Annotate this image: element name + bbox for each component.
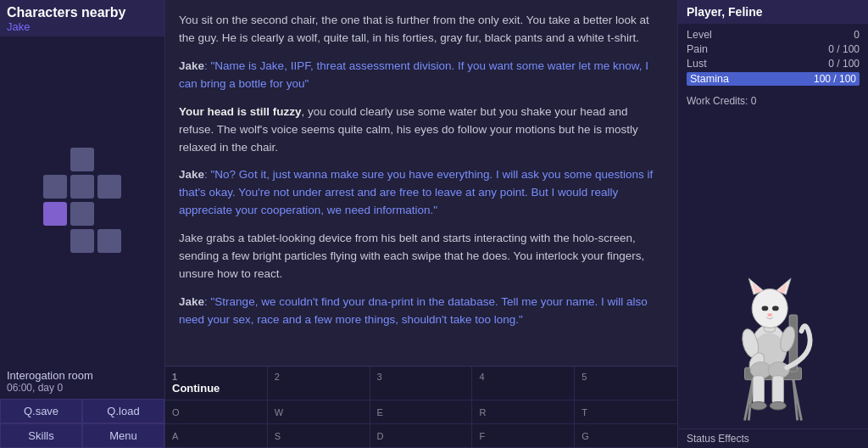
map-grid bbox=[43, 148, 121, 253]
player-name: Player, Feline bbox=[687, 5, 763, 19]
skills-button[interactable]: Skills bbox=[0, 423, 82, 448]
level-row: Level 0 bbox=[687, 29, 860, 41]
room-time: 06:00, day 0 bbox=[7, 382, 158, 394]
map-cell-1-1 bbox=[43, 148, 67, 171]
stats-panel: Level 0 Pain 0 / 100 Lust 0 / 100 Stamin… bbox=[678, 24, 868, 93]
map-cell-1-3 bbox=[97, 148, 121, 171]
jake-colon-3: : bbox=[204, 295, 211, 308]
choice-row-1: 1 Continue 2 3 4 5 bbox=[165, 367, 677, 400]
paragraph-3: Jake grabs a tablet-looking device from … bbox=[179, 230, 664, 283]
hotkey-e: E bbox=[370, 400, 473, 423]
svg-point-18 bbox=[752, 288, 787, 328]
story-text: You sit on the second chair, the one tha… bbox=[165, 0, 677, 366]
lust-label: Lust bbox=[687, 58, 737, 70]
jake-colon-2: : bbox=[204, 168, 211, 181]
qload-button[interactable]: Q.load bbox=[82, 399, 164, 423]
paragraph-jake-3: Jake: "Strange, we couldn't find your dn… bbox=[179, 294, 664, 329]
paragraph-2: Your head is still fuzzy, you could clea… bbox=[179, 104, 664, 157]
hotkey-w: W bbox=[268, 400, 370, 423]
hotkey-t: T bbox=[575, 400, 677, 423]
jake-text-3: "Strange, we couldn't find your dna-prin… bbox=[179, 295, 648, 326]
map-cell-4-2 bbox=[70, 229, 94, 253]
jake-text-2: "No? Got it, just wanna make sure you ha… bbox=[179, 168, 653, 216]
map-cell-1-2 bbox=[70, 148, 94, 171]
characters-header: Characters nearby Jake bbox=[0, 0, 164, 36]
qsave-button[interactable]: Q.save bbox=[0, 399, 82, 423]
svg-point-24 bbox=[772, 306, 779, 311]
level-value: 0 bbox=[854, 29, 860, 41]
paragraph-1: You sit on the second chair, the one tha… bbox=[179, 12, 664, 48]
characters-title: Characters nearby bbox=[7, 5, 126, 20]
hotkey-t-label: T bbox=[581, 407, 587, 417]
jake-text-1: "Name is Jake, IIPF, threat assessment d… bbox=[179, 59, 648, 90]
hotkey-f: F bbox=[472, 424, 575, 447]
map-cell-4-1 bbox=[43, 229, 67, 253]
choice-2-number: 2 bbox=[275, 372, 363, 382]
pain-row: Pain 0 / 100 bbox=[687, 43, 860, 55]
room-name: Interogation room bbox=[7, 369, 158, 382]
hotkey-s: S bbox=[268, 424, 370, 447]
hotkey-g-label: G bbox=[581, 431, 589, 441]
hotkey-g: G bbox=[575, 424, 677, 447]
map-cell-3-3 bbox=[97, 202, 121, 226]
jake-colon-1: : bbox=[204, 59, 211, 72]
svg-point-15 bbox=[750, 401, 766, 410]
map-cell-4-3 bbox=[97, 229, 121, 253]
choice-5-number: 5 bbox=[581, 372, 670, 382]
hotkey-s-label: S bbox=[275, 431, 281, 441]
level-label: Level bbox=[687, 29, 737, 41]
hotkey-d-label: D bbox=[377, 431, 384, 441]
player-header: Player, Feline bbox=[678, 0, 868, 24]
fuzzy-head-text: Your head is still fuzzy bbox=[179, 105, 302, 118]
hotkey-r: R bbox=[472, 400, 575, 423]
choice-2[interactable]: 2 bbox=[268, 367, 370, 400]
hotkey-d: D bbox=[370, 424, 473, 447]
hotkey-a-label: A bbox=[172, 431, 178, 441]
choices-panel: 1 Continue 2 3 4 5 O W E R T A S bbox=[165, 366, 677, 448]
lust-row: Lust 0 / 100 bbox=[687, 58, 860, 70]
hotkey-row-1: O W E R T bbox=[165, 400, 677, 424]
choice-4-number: 4 bbox=[479, 372, 567, 382]
map-cell-3-1 bbox=[43, 202, 67, 226]
jake-speaker-3: Jake bbox=[179, 295, 204, 308]
choice-1[interactable]: 1 Continue bbox=[165, 367, 268, 400]
choice-1-number: 1 bbox=[172, 372, 260, 382]
character-portrait bbox=[678, 110, 868, 428]
map-cell-2-2 bbox=[70, 175, 94, 199]
jake-speaker-2: Jake bbox=[179, 168, 204, 181]
stamina-value: 100 / 100 bbox=[814, 73, 856, 85]
choice-5[interactable]: 5 bbox=[575, 367, 677, 400]
choice-4[interactable]: 4 bbox=[472, 367, 575, 400]
status-effects-label: Status Effects bbox=[678, 428, 868, 448]
hotkey-a: A bbox=[165, 424, 268, 447]
right-panel: Player, Feline Level 0 Pain 0 / 100 Lust… bbox=[677, 0, 868, 448]
svg-point-16 bbox=[770, 401, 786, 410]
choice-3-number: 3 bbox=[377, 372, 465, 382]
paragraph-1-text: You sit on the second chair, the one tha… bbox=[179, 14, 649, 44]
lust-value: 0 / 100 bbox=[828, 58, 860, 70]
hotkey-f-label: F bbox=[479, 431, 485, 441]
svg-point-23 bbox=[762, 306, 769, 311]
jake-speaker-1: Jake bbox=[179, 59, 204, 72]
mini-map bbox=[0, 36, 164, 364]
pain-label: Pain bbox=[687, 43, 737, 55]
hotkey-w-label: W bbox=[275, 407, 283, 417]
choice-1-label: Continue bbox=[172, 382, 220, 395]
jake-character-link[interactable]: Jake bbox=[7, 20, 158, 33]
paragraph-jake-1: Jake: "Name is Jake, IIPF, threat assess… bbox=[179, 58, 664, 93]
svg-point-25 bbox=[767, 313, 772, 316]
paragraph-jake-2: Jake: "No? Got it, just wanna make sure … bbox=[179, 166, 664, 220]
work-credits: Work Credits: 0 bbox=[678, 93, 868, 110]
room-info: Interogation room 06:00, day 0 bbox=[0, 364, 164, 399]
map-cell-2-1 bbox=[43, 175, 67, 199]
map-cell-3-2 bbox=[70, 202, 94, 226]
choice-3[interactable]: 3 bbox=[370, 367, 473, 400]
menu-button[interactable]: Menu bbox=[82, 423, 164, 448]
svg-rect-14 bbox=[772, 376, 783, 404]
action-buttons: Q.save Q.load Skills Menu bbox=[0, 399, 164, 448]
svg-rect-13 bbox=[753, 376, 764, 404]
hotkey-o-label: O bbox=[172, 407, 180, 417]
hotkey-e-label: E bbox=[377, 407, 383, 417]
map-cell-2-3 bbox=[97, 175, 121, 199]
center-panel: You sit on the second chair, the one tha… bbox=[165, 0, 677, 448]
